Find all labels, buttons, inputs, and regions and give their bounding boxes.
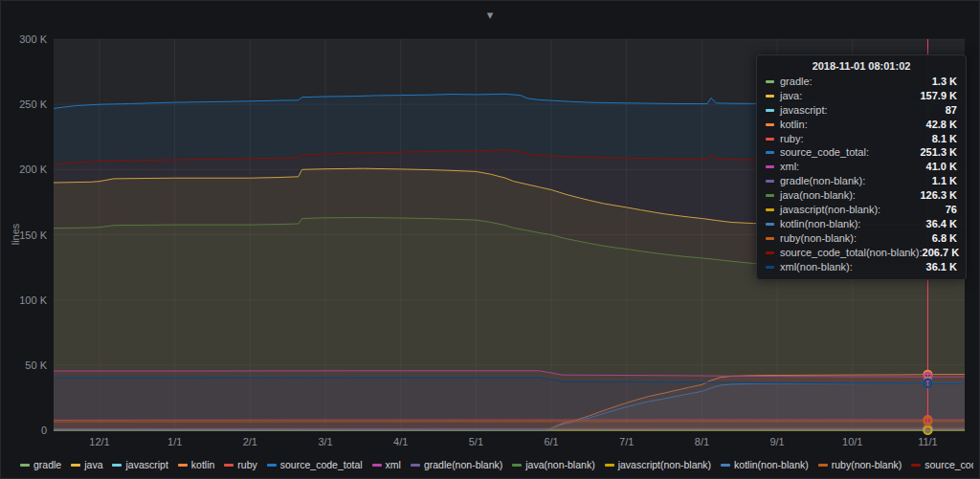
legend-label: ruby(non-blank) (832, 459, 902, 470)
legend-item-gradle[interactable]: gradle (20, 459, 61, 470)
tooltip-series-value: 126.3 K (920, 188, 957, 203)
tooltip-series-value: 1.1 K (932, 174, 957, 188)
tooltip-rows: gradle:1.3 Kjava:157.9 Kjavascript:87kot… (766, 75, 957, 273)
legend-color-icon (20, 464, 30, 467)
series-color-icon (766, 237, 774, 240)
tooltip-row: javascript:87 (766, 103, 957, 118)
legend-color-icon (721, 464, 730, 467)
tooltip-row: kotlin(non-blank):36.4 K (766, 217, 957, 231)
tooltip-row: java(non-blank):126.3 K (766, 188, 957, 203)
series-color-icon (766, 138, 774, 141)
series-color-icon (766, 109, 774, 112)
series-color-icon (766, 266, 774, 269)
tooltip-row: gradle:1.3 K (766, 75, 957, 89)
x-tick-label: 5/1 (469, 436, 483, 447)
legend-color-icon (224, 464, 234, 467)
legend-color-icon (178, 464, 188, 467)
series-color-icon (766, 95, 774, 98)
x-tick-label: 7/1 (619, 436, 634, 447)
legend-item-javascript(non-blank)[interactable]: javascript(non-blank) (605, 459, 711, 470)
panel-collapse-caret-icon[interactable]: ▾ (487, 9, 494, 21)
legend-label: source_code_total (280, 459, 363, 470)
tooltip-series-value: 36.1 K (926, 260, 957, 274)
legend-item-javascript[interactable]: javascript (112, 459, 167, 470)
x-tick-label: 8/1 (695, 436, 709, 447)
legend-item-java(non-blank)[interactable]: java(non-blank) (512, 459, 594, 470)
tooltip-series-value: 206.7 K (923, 246, 960, 260)
legend-item-kotlin(non-blank)[interactable]: kotlin(non-blank) (721, 459, 809, 470)
x-tick-label: 9/1 (769, 436, 784, 447)
legend-item-kotlin[interactable]: kotlin (178, 459, 215, 470)
legend-label: gradle (33, 459, 61, 470)
series-color-icon (766, 151, 774, 154)
tooltip-row: xml(non-blank):36.1 K (766, 260, 957, 274)
legend-item-gradle(non-blank)[interactable]: gradle(non-blank) (411, 459, 502, 470)
tooltip-row: xml:41.0 K (766, 160, 957, 174)
legend-item-ruby[interactable]: ruby (224, 459, 256, 470)
legend-color-icon (512, 464, 522, 467)
legend-color-icon (267, 464, 277, 467)
legend-color-icon (911, 464, 921, 467)
tooltip-series-label: xml: (780, 160, 799, 174)
tooltip-series-label: ruby(non-blank): (780, 231, 857, 246)
tooltip-series-value: 6.8 K (932, 231, 957, 246)
tooltip-series-label: javascript(non-blank): (780, 203, 880, 217)
y-axis-label: lines (10, 220, 21, 249)
tooltip-series-label: gradle(non-blank): (780, 174, 865, 188)
series-area-xml(non-blank) (54, 378, 965, 430)
tooltip-series-value: 251.3 K (920, 145, 957, 160)
series-color-icon (766, 123, 774, 126)
series-color-icon (766, 194, 774, 197)
series-color-icon (766, 208, 774, 211)
tooltip-series-value: 76 (946, 203, 957, 217)
legend-color-icon (372, 464, 382, 467)
legend-item-source_code_total(non-blank)[interactable]: source_code_total(non-blank) (911, 459, 973, 470)
tooltip-row: javascript(non-blank):76 (766, 203, 957, 217)
x-tick-label: 4/1 (393, 436, 408, 447)
tooltip-row: kotlin:42.8 K (766, 118, 957, 132)
legend-label: javascript(non-blank) (618, 459, 711, 470)
tooltip-series-label: source_code_total(non-blank): (780, 246, 923, 260)
x-tick-label: 11/1 (918, 436, 938, 447)
tooltip-series-label: source_code_total: (780, 145, 869, 160)
legend-label: ruby (237, 459, 256, 470)
x-tick-label: 12/1 (89, 436, 109, 447)
grafana-graph-panel: ▾ lines 300 K250 K200 K150 K100 K50 K012… (0, 0, 980, 479)
legend-color-icon (71, 464, 80, 467)
legend-item-java[interactable]: java (71, 459, 102, 470)
x-tick-label: 6/1 (544, 436, 558, 447)
legend-color-icon (605, 464, 614, 467)
tooltip-series-value: 1.3 K (932, 75, 957, 89)
series-color-icon (766, 223, 774, 226)
tooltip-row: ruby(non-blank):6.8 K (766, 231, 957, 246)
legend-item-ruby(non-blank)[interactable]: ruby(non-blank) (818, 459, 902, 470)
x-tick-label: 3/1 (318, 436, 332, 447)
y-tick-label: 0 (41, 425, 47, 436)
legend-label: java(non-blank) (525, 459, 594, 470)
legend-label: javascript (125, 459, 167, 470)
tooltip-series-label: java(non-blank): (780, 188, 856, 203)
tooltip-series-value: 87 (946, 103, 957, 118)
series-color-icon (766, 80, 774, 83)
tooltip-series-label: java: (780, 89, 802, 103)
tooltip-series-value: 36.4 K (926, 217, 957, 231)
legend-label: source_code_total(non-blank) (924, 459, 973, 470)
legend-bar: gradlejavajavascriptkotlinrubysource_cod… (20, 457, 973, 472)
x-tick-label: 10/1 (842, 436, 862, 447)
tooltip-timestamp: 2018-11-01 08:01:02 (766, 60, 957, 72)
legend-item-xml[interactable]: xml (372, 459, 401, 470)
legend-label: gradle(non-blank) (424, 459, 502, 470)
x-tick-label: 1/1 (167, 436, 182, 447)
legend-color-icon (818, 464, 828, 467)
tooltip-series-value: 41.0 K (926, 160, 957, 174)
y-tick-label: 100 K (19, 294, 47, 306)
legend-label: kotlin (191, 459, 215, 470)
tooltip-series-label: ruby: (780, 132, 803, 146)
chart-tooltip: 2018-11-01 08:01:02 gradle:1.3 Kjava:157… (756, 54, 967, 280)
tooltip-row: source_code_total:251.3 K (766, 145, 957, 160)
y-tick-label: 250 K (19, 98, 47, 110)
legend-item-source_code_total[interactable]: source_code_total (267, 459, 363, 470)
y-tick-label: 150 K (19, 229, 47, 241)
tooltip-row: ruby:8.1 K (766, 132, 957, 146)
tooltip-series-label: javascript: (780, 103, 828, 118)
